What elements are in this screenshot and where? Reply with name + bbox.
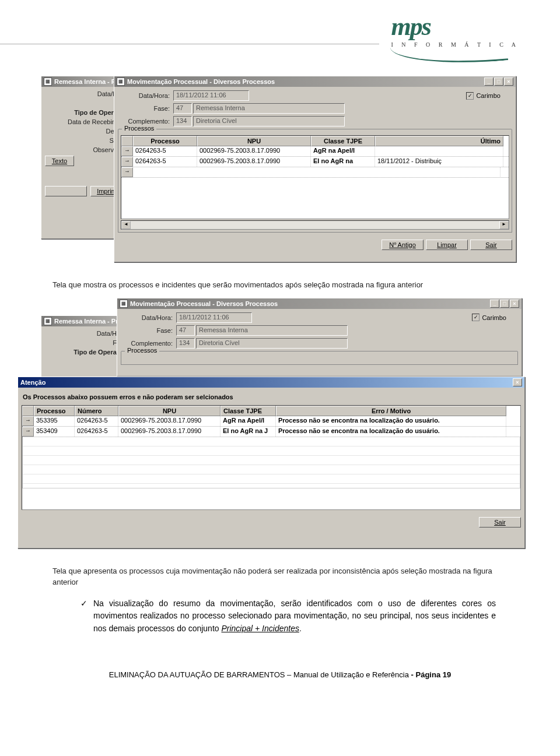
- cell-numero: 0264263-5: [75, 427, 118, 437]
- window-movimentacao: ▦ Movimentação Processual - Diversos Pro…: [114, 76, 516, 262]
- window-title: Remessa Interna - P: [54, 78, 116, 85]
- input-fase-code[interactable]: 47: [176, 325, 195, 336]
- grid-corner: [121, 136, 133, 146]
- col-processo: Processo: [34, 406, 75, 416]
- label-data-receb: Data de Recebim: [45, 118, 121, 125]
- label-datahora: Data/Hora:: [118, 92, 173, 99]
- cell-npu: 0002969-75.2003.8.17.0990: [118, 427, 220, 437]
- table-row[interactable]: → 0264263-5 0002969-75.2003.8.17.0990 EI…: [121, 157, 509, 167]
- texto-button[interactable]: Texto: [45, 156, 74, 166]
- label-tipo-opera: Tipo de Opera: [45, 109, 121, 116]
- label-se: Se: [45, 137, 121, 144]
- minimize-button[interactable]: _: [484, 78, 494, 86]
- col-erro: Erro / Motivo: [276, 406, 506, 416]
- input-comp-code[interactable]: 134: [176, 338, 195, 349]
- cell-classe: AgR na Apel/I: [311, 146, 375, 156]
- label-observa: Observa: [45, 146, 121, 153]
- cell-numero: 0264263-5: [75, 416, 118, 426]
- row-arrow-icon[interactable]: →: [22, 416, 34, 426]
- label-complemento: Complemento:: [118, 118, 173, 125]
- label-datah: Data/H: [45, 90, 121, 97]
- scroll-left-icon[interactable]: ◄: [121, 221, 131, 229]
- caption-1: Tela que mostra os processos e incidente…: [52, 280, 519, 291]
- row-arrow-icon[interactable]: →: [121, 146, 133, 156]
- check-icon: ✓: [80, 597, 88, 610]
- cell-processo: 0264263-5: [133, 146, 197, 156]
- window-icon: ▦: [117, 78, 125, 86]
- col-classe: Classe TJPE: [311, 136, 375, 146]
- window-movimentacao-2: ▦ Movimentação Processual - Diversos Pro…: [117, 298, 522, 377]
- window-icon: ▦: [120, 300, 128, 308]
- close-button[interactable]: ×: [513, 378, 522, 386]
- close-button[interactable]: ×: [510, 300, 519, 308]
- maximize-button[interactable]: □: [494, 78, 503, 86]
- screenshot-stack-1: ▦ Remessa Interna - P Data/H F Tipo de O…: [41, 76, 519, 268]
- small-button[interactable]: [45, 186, 87, 196]
- processos-fieldset-2: Processos: [121, 351, 518, 365]
- horizontal-scrollbar[interactable]: ◄ ►: [121, 220, 509, 230]
- row-arrow-icon[interactable]: →: [121, 157, 133, 167]
- minimize-button[interactable]: _: [490, 300, 499, 308]
- label-fa: Fa: [45, 339, 124, 346]
- bullet-tail: .: [299, 624, 302, 633]
- processos-legend: Processos: [125, 347, 159, 354]
- bullet-link: Principal + Incidentes: [221, 624, 299, 633]
- sair-button[interactable]: Sair: [470, 240, 512, 250]
- input-fase-code[interactable]: 47: [173, 103, 192, 114]
- window-icon: ▦: [44, 78, 52, 86]
- bullet-paragraph: ✓ Na visualização do resumo da movimenta…: [93, 597, 496, 635]
- carimbo-checkbox[interactable]: ✓: [472, 314, 480, 321]
- maximize-button[interactable]: □: [500, 300, 509, 308]
- window-title: Movimentação Processual - Diversos Proce…: [130, 300, 278, 307]
- processos-legend: Processos: [122, 125, 156, 132]
- carimbo-checkbox[interactable]: ✓: [466, 92, 474, 100]
- grid-footer-space: [22, 488, 520, 509]
- table-row[interactable]: → 0264263-5 0002969-75.2003.8.17.0990 Ag…: [121, 146, 509, 157]
- col-npu: NPU: [197, 136, 311, 146]
- carimbo-label: Carimbo: [476, 92, 501, 99]
- window-icon: ▦: [44, 317, 52, 325]
- close-button[interactable]: ×: [504, 78, 513, 86]
- table-row[interactable]: → 353409 0264263-5 0002969-75.2003.8.17.…: [22, 427, 520, 437]
- cell-npu: 0002969-75.2003.8.17.0990: [197, 157, 311, 167]
- col-numero: Número: [75, 406, 118, 416]
- input-comp-code[interactable]: 134: [173, 116, 192, 126]
- window-title: Movimentação Processual - Diversos Proce…: [127, 78, 275, 85]
- footer-prefix: ELIMINAÇÃO DA AUTUAÇÃO DE BARRAMENTOS – …: [109, 670, 409, 679]
- processos-grid: Processo NPU Classe TJPE Último → 026426…: [121, 135, 509, 219]
- window-atencao: Atenção × Os Processos abaixo possuem er…: [18, 377, 525, 548]
- grid-blank-rows: [22, 437, 520, 488]
- page-footer: ELIMINAÇÃO DA AUTUAÇÃO DE BARRAMENTOS – …: [41, 670, 519, 679]
- input-fase-name: Remessa Interna: [193, 103, 345, 114]
- cell-empty: [133, 167, 501, 177]
- label-complemento: Complemento:: [121, 340, 176, 347]
- row-arrow-icon[interactable]: →: [121, 167, 133, 177]
- col-classe: Classe TJPE: [220, 406, 276, 416]
- cell-ultimo: 18/11/2012 - Distribuiç: [375, 157, 503, 167]
- screenshot-stack-2: ▦ Remessa Interna - Pr Data/Ho Fa Tipo d…: [41, 298, 519, 554]
- input-comp-name: Diretoria Cível: [196, 338, 348, 349]
- window-title: Atenção: [20, 379, 46, 386]
- col-npu: NPU: [118, 406, 220, 416]
- input-fase-name: Remessa Interna: [196, 325, 348, 336]
- input-datahora[interactable]: 18/11/2012 11:06: [176, 312, 252, 323]
- sair-button[interactable]: Sair: [479, 517, 521, 528]
- limpar-button[interactable]: Limpar: [426, 240, 468, 250]
- grid-corner: [22, 406, 34, 416]
- scroll-right-icon[interactable]: ►: [499, 221, 509, 229]
- cell-classe: AgR na Apel/I: [220, 416, 276, 426]
- label-fase: Fase:: [121, 327, 176, 334]
- brand-logo: mps I N F O R M Á T I C A: [391, 12, 519, 65]
- header-rule: [0, 44, 379, 44]
- row-arrow-icon[interactable]: →: [22, 427, 34, 437]
- label-des: Des: [45, 128, 121, 135]
- window-title: Remessa Interna - Pr: [54, 318, 118, 325]
- table-row[interactable]: → 353395 0264263-5 0002969-75.2003.8.17.…: [22, 416, 520, 427]
- cell-processo: 353395: [34, 416, 75, 426]
- label-f: F: [45, 100, 121, 107]
- table-row[interactable]: →: [121, 167, 509, 178]
- input-datahora[interactable]: 18/11/2012 11:06: [173, 90, 249, 101]
- cell-processo: 353409: [34, 427, 75, 437]
- col-ultimo: Último: [375, 136, 503, 146]
- n-antigo-button[interactable]: Nº Antigo: [382, 240, 424, 250]
